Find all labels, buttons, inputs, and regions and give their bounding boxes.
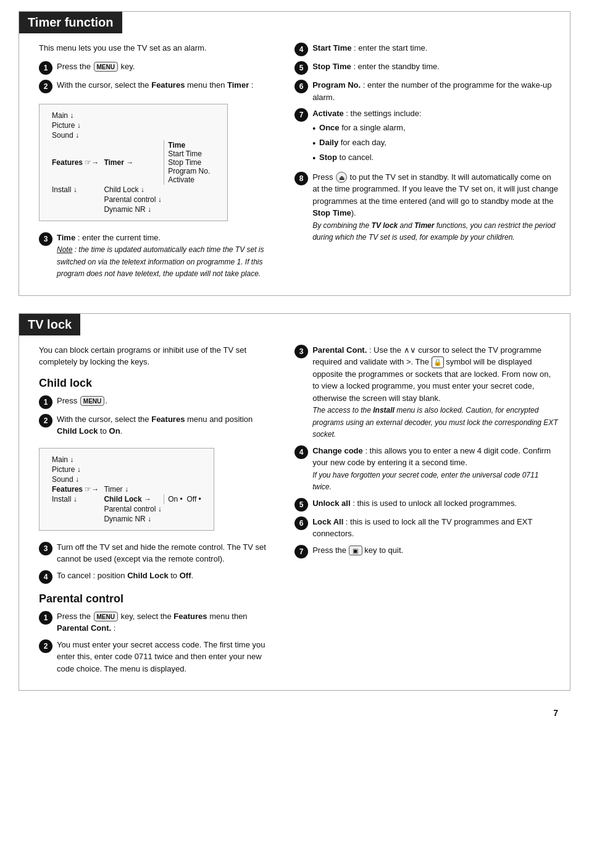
cl-step-num-3: 3: [39, 542, 52, 555]
timer-left: This menu lets you use the TV set as an …: [19, 42, 283, 284]
step-num-5: 5: [294, 61, 308, 75]
step-num-2: 2: [39, 80, 52, 93]
timer-step-5: 5 Stop Time : enter the standby time.: [294, 61, 559, 75]
step-num-8: 8: [294, 172, 308, 185]
tvlock-step-3: 3 Parental Cont. : Use the ∧∨ cursor to …: [294, 344, 559, 440]
menu-key-icon: MENU: [94, 62, 118, 72]
step-text-6: Program No. : enter the number of the pr…: [312, 79, 559, 103]
tvlock-step-text-5: Unlock all : this is used to unlock all …: [312, 497, 559, 510]
step-num-6: 6: [294, 80, 308, 93]
step-text-1: Press the MENU key.: [57, 61, 272, 73]
pc-step-num-1: 1: [39, 611, 52, 625]
tvlock-step-text-6: Lock All : this is used to lock all the …: [312, 516, 559, 540]
tvlock-step-num-4: 4: [294, 445, 308, 459]
lock-icon: 🔒: [432, 356, 444, 368]
timer-intro: This menu lets you use the TV set as an …: [39, 42, 272, 54]
bullet-daily: • Daily for each day,: [312, 137, 559, 150]
step-num-1: 1: [39, 61, 52, 75]
timer-menu-diagram: Main ↓ Picture ↓ Sound ↓: [39, 104, 228, 221]
childlock-title: Child lock: [39, 377, 272, 390]
cl-step-num-4: 4: [39, 570, 52, 584]
timer-step-1: 1 Press the MENU key.: [39, 61, 272, 75]
menu-diagram-table: Main ↓ Picture ↓ Sound ↓: [49, 111, 217, 214]
parental-step-1: 1 Press the MENU key, select the Feature…: [39, 610, 272, 634]
bullet-stop: • Stop to cancel.: [312, 151, 559, 165]
tvlock-intro: You can block certain programs or inhibi…: [39, 344, 272, 368]
change-code-note: If you have forgotten your secret code, …: [312, 471, 538, 492]
step-text-2: With the cursor, select the Features men…: [57, 79, 272, 91]
tvlock-step-5: 5 Unlock all : this is used to unlock al…: [294, 497, 559, 512]
step-text-8: Press ⏏ to put the TV set in standby. It…: [312, 171, 559, 243]
page-number: 7: [19, 708, 570, 718]
cl-step-text-2: With the cursor, select the Features men…: [57, 413, 272, 437]
timer-step-2: 2 With the cursor, select the Features m…: [39, 79, 272, 93]
cl-step-text-3: Turn off the TV set and hide the remote …: [57, 541, 272, 565]
tvlock-section: TV lock You can block certain programs o…: [19, 313, 570, 691]
step-num-7: 7: [294, 108, 308, 122]
cl-diagram-table: Main ↓ Picture ↓ Sound ↓: [49, 455, 204, 524]
power-icon: ⏏: [336, 172, 347, 183]
timer-note: Note : the time is updated automatically…: [57, 245, 264, 278]
timer-step-3: 3 Time : enter the current time. Note : …: [39, 232, 272, 280]
tvlock-step-num-3: 3: [294, 345, 308, 358]
tvlock-step-6: 6 Lock All : this is used to lock all th…: [294, 516, 559, 540]
tvlock-step-text-4: Change code : this allows you to enter a…: [312, 445, 559, 493]
cl-step-num-1: 1: [39, 395, 52, 409]
timer-step-4: 4 Start Time : enter the start time.: [294, 42, 559, 56]
cl-step-num-2: 2: [39, 414, 52, 428]
parental-note: The access to the Install menu is also l…: [312, 406, 558, 439]
childlock-step-4: 4 To cancel : position Child Lock to Off…: [39, 570, 272, 584]
pc-step-text-2: You must enter your secret access code. …: [57, 639, 272, 675]
menu-key-icon-2: MENU: [80, 396, 104, 406]
pc-step-num-2: 2: [39, 639, 52, 653]
menu-key-icon-3: MENU: [94, 612, 118, 622]
activate-bullets: • Once for a single alarm, • Daily for e…: [312, 122, 559, 165]
step-text-7: Activate : the settings include: • Once …: [312, 107, 559, 167]
tvlock-right: 3 Parental Cont. : Use the ∧∨ cursor to …: [283, 344, 570, 680]
step-text-3: Time : enter the current time. Note : th…: [57, 232, 272, 280]
timer-content: This menu lets you use the TV set as an …: [19, 42, 570, 284]
step-text-5: Stop Time : enter the standby time.: [312, 61, 559, 73]
childlock-menu-diagram: Main ↓ Picture ↓ Sound ↓: [39, 448, 214, 531]
tvlock-step-num-6: 6: [294, 516, 308, 530]
tvlock-left: You can block certain programs or inhibi…: [19, 344, 283, 680]
tvlock-step-7: 7 Press the ▣ key to quit.: [294, 544, 559, 558]
timer-italic-note: By combining the TV lock and Timer funct…: [312, 221, 555, 242]
timer-title: Timer function: [19, 12, 122, 33]
bullet-once: • Once for a single alarm,: [312, 122, 559, 135]
quit-key-icon: ▣: [349, 546, 362, 555]
timer-header: Timer function: [19, 12, 570, 42]
step-num-3: 3: [39, 232, 52, 246]
step-num-4: 4: [294, 43, 308, 56]
step-text-4: Start Time : enter the start time.: [312, 42, 559, 54]
pc-step-text-1: Press the MENU key, select the Features …: [57, 610, 272, 634]
tvlock-title: TV lock: [19, 314, 80, 335]
timer-step-8: 8 Press ⏏ to put the TV set in standby. …: [294, 171, 559, 243]
tvlock-step-num-7: 7: [294, 545, 308, 558]
parental-title: Parental control: [39, 592, 272, 605]
timer-step-7: 7 Activate : the settings include: • Onc…: [294, 107, 559, 167]
childlock-step-2: 2 With the cursor, select the Features m…: [39, 413, 272, 437]
tvlock-step-text-3: Parental Cont. : Use the ∧∨ cursor to se…: [312, 344, 559, 440]
childlock-step-3: 3 Turn off the TV set and hide the remot…: [39, 541, 272, 565]
parental-step-2: 2 You must enter your secret access code…: [39, 639, 272, 675]
tvlock-content: You can block certain programs or inhibi…: [19, 344, 570, 680]
childlock-step-1: 1 Press MENU.: [39, 395, 272, 409]
cl-step-text-1: Press MENU.: [57, 395, 272, 407]
timer-step-6: 6 Program No. : enter the number of the …: [294, 79, 559, 103]
timer-right: 4 Start Time : enter the start time. 5 S…: [283, 42, 570, 284]
tvlock-header: TV lock: [19, 314, 570, 344]
cl-step-text-4: To cancel : position Child Lock to Off.: [57, 570, 272, 582]
tvlock-step-text-7: Press the ▣ key to quit.: [312, 544, 559, 557]
timer-section: Timer function This menu lets you use th…: [19, 11, 570, 296]
tvlock-step-num-5: 5: [294, 498, 308, 512]
tvlock-step-4: 4 Change code : this allows you to enter…: [294, 445, 559, 493]
